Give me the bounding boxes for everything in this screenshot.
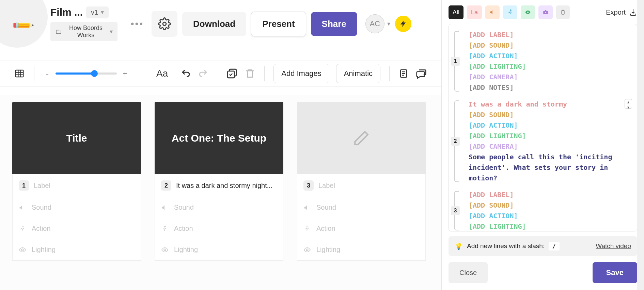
script-line[interactable]: [ADD CAMERA]	[469, 72, 633, 82]
script-editor[interactable]: 1[ADD LABEL][ADD SOUND][ADD ACTION][ADD …	[449, 24, 637, 231]
lighting-field[interactable]: Lighting	[13, 239, 141, 260]
zoom-slider[interactable]: - +	[43, 69, 129, 78]
running-icon	[507, 9, 513, 15]
filter-lighting[interactable]	[521, 5, 535, 19]
trash-icon	[245, 68, 255, 79]
download-button[interactable]: Download	[182, 12, 246, 36]
script-line[interactable]: [ADD ACTION]	[469, 211, 633, 221]
svg-point-21	[545, 12, 547, 14]
delete-button[interactable]	[245, 68, 255, 79]
script-line[interactable]: [ADD LABEL]	[469, 30, 633, 40]
export-button[interactable]: Export	[606, 8, 637, 16]
script-line[interactable]: [ADD LABEL]	[469, 190, 633, 200]
filter-all[interactable]: All	[449, 5, 464, 19]
script-row[interactable]: 1[ADD LABEL][ADD SOUND][ADD ACTION][ADD …	[452, 30, 633, 93]
label-field[interactable]: 1Label	[13, 174, 141, 197]
script-line[interactable]: [ADD SOUND]	[469, 40, 633, 51]
frame-number: 3	[303, 180, 314, 191]
svg-point-14	[164, 226, 166, 227]
filter-label[interactable]: La	[467, 5, 482, 19]
script-row[interactable]: 3[ADD LABEL][ADD SOUND][ADD ACTION][ADD …	[452, 190, 633, 231]
filter-sound[interactable]	[485, 5, 500, 19]
share-button[interactable]: Share	[311, 12, 357, 36]
lighting-field[interactable]: Lighting	[155, 239, 283, 260]
sound-text: Sound	[174, 204, 194, 211]
script-line[interactable]: [ADD LIGHTING]	[469, 221, 633, 231]
script-line[interactable]: [ADD SOUND]	[469, 110, 633, 120]
script-line[interactable]: [ADD CAMERA]	[469, 141, 633, 152]
user-avatar[interactable]: AC	[365, 14, 384, 33]
row-stepper[interactable]: ▲▼	[625, 99, 632, 109]
label-field[interactable]: 3Label	[297, 174, 425, 197]
script-row-number: 3	[451, 206, 460, 215]
action-field[interactable]: Action	[297, 218, 425, 239]
zoom-in-button[interactable]: +	[121, 69, 129, 78]
folder-name: How Boords Works	[65, 25, 106, 38]
more-menu-button[interactable]: •••	[128, 14, 147, 33]
filter-notes[interactable]	[556, 5, 570, 19]
script-line[interactable]: Some people call this the 'inciting inci…	[469, 152, 633, 183]
action-field[interactable]: Action	[13, 218, 141, 239]
frame-image[interactable]: Title	[12, 102, 141, 174]
eye-icon	[161, 246, 169, 254]
running-icon	[19, 225, 27, 232]
font-size-button[interactable]: Aa	[156, 68, 168, 79]
lighting-text: Lighting	[32, 246, 56, 254]
lightbulb-icon: 💡	[455, 242, 463, 250]
lighting-field[interactable]: Lighting	[297, 239, 425, 260]
multi-select-button[interactable]	[226, 68, 238, 79]
frame-card[interactable]: Act One: The Setup2It was a dark and sto…	[155, 102, 283, 261]
zoom-out-button[interactable]: -	[43, 69, 51, 78]
zoom-track[interactable]	[56, 72, 117, 75]
add-images-button[interactable]: Add Images	[273, 64, 329, 83]
animatic-button[interactable]: Animatic	[336, 64, 380, 83]
undo-button[interactable]	[181, 68, 191, 79]
script-row-number: 1	[451, 57, 460, 66]
settings-button[interactable]	[152, 11, 177, 37]
pencil-icon	[353, 130, 370, 147]
frame-image[interactable]: Act One: The Setup	[155, 102, 283, 174]
sound-field[interactable]: Sound	[297, 197, 425, 218]
chat-stack-icon	[415, 68, 427, 79]
present-button[interactable]: Present	[251, 12, 306, 36]
script-line[interactable]: [ADD ACTION]	[469, 51, 633, 61]
script-row[interactable]: 2It was a dark and stormy[ADD SOUND][ADD…	[452, 99, 633, 183]
script-line[interactable]: It was a dark and stormy	[469, 99, 633, 110]
grid-view-button[interactable]	[14, 68, 25, 79]
script-line[interactable]: [ADD LIGHTING]	[469, 131, 633, 141]
version-selector[interactable]: v1 ▾	[86, 6, 109, 18]
redo-button[interactable]	[198, 68, 208, 79]
watch-video-link[interactable]: Watch video	[596, 242, 631, 250]
svg-point-15	[164, 249, 166, 251]
sound-field[interactable]: Sound	[155, 197, 283, 218]
eye-icon	[525, 9, 531, 15]
frame-number: 2	[161, 180, 171, 191]
frame-card[interactable]: 3LabelSoundActionLighting	[297, 102, 426, 261]
frame-card[interactable]: Title1LabelSoundActionLighting	[12, 102, 141, 261]
sound-icon	[19, 204, 27, 211]
action-field[interactable]: Action	[155, 218, 283, 239]
chevron-down-icon[interactable]: ▾	[387, 20, 390, 28]
zoom-thumb[interactable]	[91, 70, 98, 77]
svg-point-18	[510, 10, 511, 11]
tip-bar: 💡 Add new lines with a slash: / Watch vi…	[449, 236, 637, 256]
project-title[interactable]: Film ...	[50, 6, 83, 18]
frame-image[interactable]	[297, 102, 426, 174]
filter-camera[interactable]	[538, 5, 553, 19]
version-label: v1	[91, 9, 98, 16]
scrollbar-gutter[interactable]	[637, 0, 644, 290]
script-line[interactable]: [ADD ACTION]	[469, 120, 633, 131]
notes-view-button[interactable]	[398, 68, 409, 79]
filter-action[interactable]	[503, 5, 517, 19]
script-line[interactable]: [ADD SOUND]	[469, 200, 633, 211]
save-button[interactable]: Save	[593, 262, 637, 283]
folder-selector[interactable]: How Boords Works ▾	[50, 22, 117, 41]
script-line[interactable]: [ADD LIGHTING]	[469, 61, 633, 72]
sound-field[interactable]: Sound	[13, 197, 141, 218]
label-field[interactable]: 2It was a dark and stormy night...	[155, 174, 283, 197]
comments-button[interactable]	[415, 68, 427, 79]
close-button[interactable]: Close	[449, 262, 488, 283]
sound-text: Sound	[316, 204, 336, 211]
script-line[interactable]: [ADD NOTES]	[469, 82, 633, 93]
upgrade-bolt-button[interactable]	[395, 16, 411, 32]
